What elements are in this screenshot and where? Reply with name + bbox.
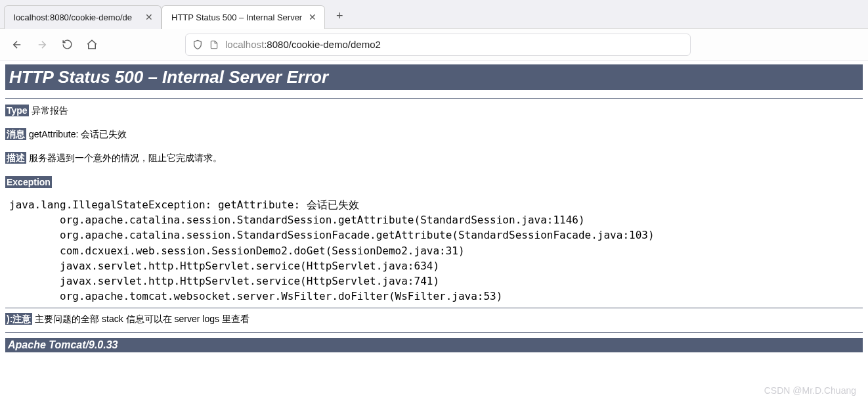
error-note-line: ):注意 主要问题的全部 stack 信息可以在 server logs 里查看 [5, 314, 863, 325]
nav-bar: localhost:8080/cookie-demo/demo2 [0, 29, 868, 60]
exception-label: Exception [5, 176, 52, 188]
divider [5, 308, 863, 308]
reload-button[interactable] [56, 34, 77, 55]
url-host: localhost [225, 39, 264, 50]
note-label: ):注意 [5, 313, 32, 325]
watermark: CSDN @Mr.D.Chuang [764, 385, 856, 396]
home-button[interactable] [81, 34, 102, 55]
url-bar[interactable]: localhost:8080/cookie-demo/demo2 [185, 34, 691, 56]
description-value: 服务器遇到一个意外的情况，阻止它完成请求。 [29, 153, 222, 163]
home-icon [86, 39, 98, 51]
back-button[interactable] [7, 34, 28, 55]
reload-icon [62, 39, 73, 50]
url-text: localhost:8080/cookie-demo/demo2 [225, 39, 381, 50]
error-message-line: 消息 getAttribute: 会话已失效 [5, 129, 863, 141]
tab-title: HTTP Status 500 – Internal Server [171, 12, 302, 22]
message-label: 消息 [5, 128, 26, 140]
server-footer: Apache Tomcat/9.0.33 [5, 338, 863, 352]
tab-strip: localhost:8080/cookie-demo/de ✕ HTTP Sta… [0, 0, 868, 29]
error-type-line: Type 异常报告 [5, 105, 863, 117]
type-value: 异常报告 [32, 105, 68, 116]
divider [5, 98, 863, 99]
note-value: 主要问题的全部 stack 信息可以在 server logs 里查看 [35, 314, 250, 324]
shield-icon[interactable] [192, 39, 203, 50]
close-icon[interactable]: ✕ [144, 12, 154, 22]
browser-tab-0[interactable]: localhost:8080/cookie-demo/de ✕ [4, 5, 162, 29]
forward-button[interactable] [32, 34, 53, 55]
url-path: :8080/cookie-demo/demo2 [264, 39, 381, 50]
message-value: getAttribute: 会话已失效 [29, 129, 127, 139]
error-description-line: 描述 服务器遇到一个意外的情况，阻止它完成请求。 [5, 153, 863, 164]
page-icon[interactable] [209, 39, 219, 50]
stack-trace: java.lang.IllegalStateException: getAttr… [9, 197, 863, 304]
arrow-right-icon [36, 39, 48, 51]
page-content: HTTP Status 500 – Internal Server Error … [0, 60, 868, 352]
divider [5, 332, 863, 333]
tab-title: localhost:8080/cookie-demo/de [14, 12, 139, 22]
type-label: Type [5, 105, 29, 116]
close-icon[interactable]: ✕ [307, 12, 318, 22]
new-tab-button[interactable]: + [329, 6, 350, 27]
page-title: HTTP Status 500 – Internal Server Error [5, 64, 863, 90]
description-label: 描述 [5, 152, 26, 164]
browser-tab-1[interactable]: HTTP Status 500 – Internal Server ✕ [162, 5, 325, 29]
arrow-left-icon [11, 39, 23, 51]
